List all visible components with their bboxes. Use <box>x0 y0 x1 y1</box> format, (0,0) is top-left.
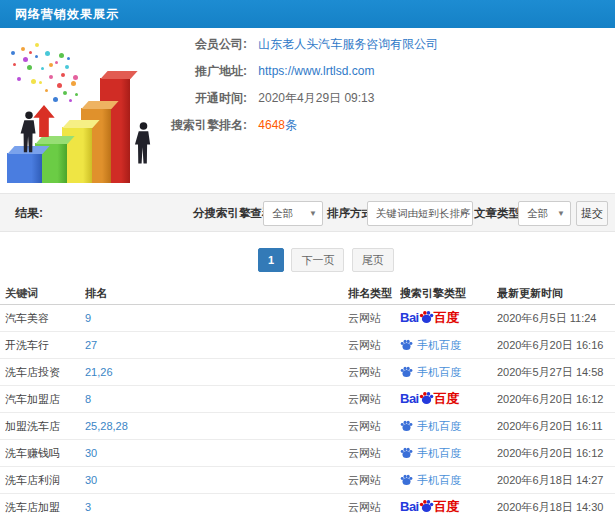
engine-cell: 手机百度 <box>400 413 495 439</box>
businessman-figure-right <box>134 118 153 169</box>
table-row: 洗车店加盟3云网站Bai 百度2020年6月18日 14:30 <box>0 494 615 520</box>
header-rank: 排名 <box>85 283 335 303</box>
table-row: 汽车加盟店8云网站Bai 百度2020年6月20日 16:12 <box>0 386 615 413</box>
confetti-dot <box>41 67 44 70</box>
rank-value[interactable]: 9 <box>85 305 335 331</box>
ranking-count: 4648 <box>258 118 285 132</box>
rank-type-cell: 云网站 <box>348 305 398 331</box>
info-row-ranking: 搜索引擎排名: 4648条 <box>115 112 610 139</box>
baidu-paw-icon <box>400 338 413 351</box>
promotion-url-link[interactable]: https://www.lrtlsd.com <box>258 64 374 78</box>
confetti-dot <box>69 99 72 102</box>
keyword-cell: 汽车美容 <box>5 305 83 331</box>
open-time-value: 2020年4月29日 09:13 <box>258 91 374 105</box>
rank-value[interactable]: 25,28,28 <box>85 413 335 439</box>
baidu-logo: Bai 百度 <box>400 499 459 514</box>
confetti-dot <box>17 77 21 81</box>
results-table: 关键词 排名 排名类型 搜索引擎类型 最新更新时间 汽车美容9云网站Bai 百度… <box>0 283 615 520</box>
app-header: 网络营销效果展示 <box>0 0 615 28</box>
mobile-baidu-icon <box>400 332 413 358</box>
rank-value[interactable]: 3 <box>85 494 335 520</box>
keyword-cell: 洗车赚钱吗 <box>5 440 83 466</box>
update-time-cell: 2020年5月27日 14:58 <box>497 359 612 385</box>
table-row: 加盟洗车店25,28,28云网站 手机百度2020年6月20日 16:11 <box>0 413 615 440</box>
engine-select[interactable]: 全部 ▼ <box>263 201 323 226</box>
mobile-baidu-icon <box>400 467 413 493</box>
rank-type-cell: 云网站 <box>348 440 398 466</box>
table-row: 洗车店利润30云网站 手机百度2020年6月18日 14:27 <box>0 467 615 494</box>
baidu-paw-icon <box>400 473 413 486</box>
company-link[interactable]: 山东老人头汽车服务咨询有限公司 <box>258 37 438 51</box>
article-type-select[interactable]: 全部 ▼ <box>518 201 571 226</box>
rank-value[interactable]: 27 <box>85 332 335 358</box>
baidu-logo: Bai 百度 <box>400 391 459 406</box>
confetti-dot <box>53 97 58 102</box>
update-time-cell: 2020年6月20日 16:12 <box>497 440 612 466</box>
mobile-baidu-icon <box>400 413 413 439</box>
baidu-paw-icon <box>419 309 434 324</box>
sort-select[interactable]: 关键词由短到长排序 ▼ <box>367 201 473 226</box>
rank-value[interactable]: 30 <box>85 467 335 493</box>
confetti-dot <box>71 81 76 86</box>
update-time-cell: 2020年6月18日 14:30 <box>497 494 612 520</box>
confetti-dot <box>59 53 64 58</box>
engine-cell: 手机百度 <box>400 359 495 385</box>
baidu-paw-icon <box>419 390 434 405</box>
keyword-cell: 洗车店投资 <box>5 359 83 385</box>
engine-cell: 手机百度 <box>400 440 495 466</box>
rank-type-cell: 云网站 <box>348 386 398 412</box>
engine-cell: Bai 百度 <box>400 305 495 331</box>
next-page-button[interactable]: 下一页 <box>291 248 344 272</box>
pagination: 1 下一页 尾页 <box>258 248 398 272</box>
rank-type-cell: 云网站 <box>348 467 398 493</box>
confetti-dot <box>45 89 48 92</box>
rank-value[interactable]: 21,26 <box>85 359 335 385</box>
keyword-cell: 洗车店利润 <box>5 467 83 493</box>
confetti-dot <box>57 83 62 88</box>
update-time-cell: 2020年6月18日 14:27 <box>497 467 612 493</box>
mobile-baidu-logo: 手机百度 <box>400 366 461 378</box>
confetti-dot <box>49 75 53 79</box>
confetti-dot <box>49 63 53 67</box>
open-time-label: 开通时间: <box>115 85 247 112</box>
header-keyword: 关键词 <box>5 283 83 303</box>
confetti-dot <box>31 79 36 84</box>
table-row: 汽车美容9云网站Bai 百度2020年6月5日 11:24 <box>0 305 615 332</box>
baidu-paw-icon <box>419 498 434 513</box>
keyword-cell: 汽车加盟店 <box>5 386 83 412</box>
mobile-baidu-logo: 手机百度 <box>400 447 461 459</box>
mobile-baidu-icon <box>400 359 413 385</box>
page-title: 网络营销效果展示 <box>15 0 119 28</box>
confetti-dot <box>75 93 78 96</box>
last-page-button[interactable]: 尾页 <box>352 248 394 272</box>
chevron-down-icon: ▼ <box>459 202 467 225</box>
ranking-unit: 条 <box>285 118 297 132</box>
rank-type-cell: 云网站 <box>348 332 398 358</box>
engine-cell: 手机百度 <box>400 332 495 358</box>
submit-button[interactable]: 提交 <box>576 201 608 226</box>
results-table-body: 汽车美容9云网站Bai 百度2020年6月5日 11:24开洗车行27云网站 手… <box>0 305 615 520</box>
chevron-down-icon: ▼ <box>557 202 565 225</box>
header-update-time: 最新更新时间 <box>497 283 612 303</box>
mobile-baidu-icon <box>400 440 413 466</box>
filter-bar: 结果: 分搜索引擎查看 全部 ▼ 排序方式 关键词由短到长排序 ▼ 文章类型 全… <box>0 193 615 232</box>
info-row-opened: 开通时间: 2020年4月29日 09:13 <box>115 85 610 112</box>
engine-cell: 手机百度 <box>400 467 495 493</box>
confetti-dot <box>45 51 50 56</box>
company-label: 会员公司: <box>115 31 247 58</box>
confetti-dot <box>73 75 78 80</box>
illustration-bar-blue <box>7 153 42 183</box>
baidu-paw-icon <box>400 365 413 378</box>
sort-select-value: 关键词由短到长排序 <box>376 207 471 219</box>
update-time-cell: 2020年6月20日 16:11 <box>497 413 612 439</box>
confetti-dot <box>29 51 32 54</box>
rank-value[interactable]: 30 <box>85 440 335 466</box>
confetti-dot <box>21 47 25 51</box>
chevron-down-icon: ▼ <box>309 202 317 225</box>
update-time-cell: 2020年6月20日 16:16 <box>497 332 612 358</box>
engine-cell: Bai 百度 <box>400 386 495 412</box>
table-row: 洗车店投资21,26云网站 手机百度2020年5月27日 14:58 <box>0 359 615 386</box>
rank-value[interactable]: 8 <box>85 386 335 412</box>
update-time-cell: 2020年6月20日 16:12 <box>497 386 612 412</box>
page-button-1[interactable]: 1 <box>258 248 284 272</box>
